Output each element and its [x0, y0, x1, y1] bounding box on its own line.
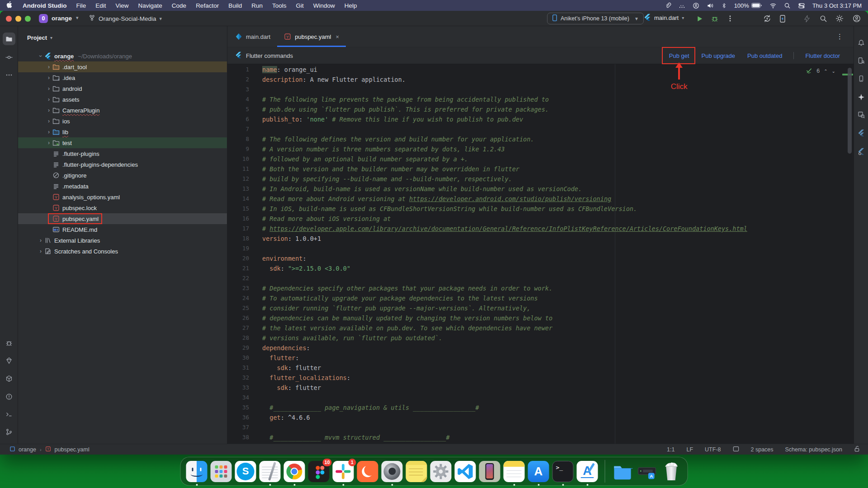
banner-action-pub-upgrade[interactable]: Pub upgrade	[702, 52, 735, 59]
hot-restart-device-icon[interactable]	[778, 14, 787, 23]
menu-item-navigate[interactable]: Navigate	[138, 2, 162, 9]
project-name[interactable]: orange	[52, 15, 72, 22]
tree-item-readme-md[interactable]: MREADME.md	[18, 224, 227, 235]
line-ending[interactable]: LF	[686, 446, 693, 453]
caret-position[interactable]: 1:1	[667, 446, 675, 453]
expand-chevron-icon[interactable]: ›	[45, 85, 52, 92]
flutter-outline-icon[interactable]	[857, 129, 865, 137]
menu-item-window[interactable]: Window	[313, 2, 335, 9]
project-avatar[interactable]: 0	[39, 14, 48, 23]
dock-app-app-store[interactable]: A	[528, 461, 549, 482]
hot-reload-icon[interactable]	[763, 14, 771, 23]
problems-icon[interactable]	[3, 390, 15, 403]
expand-chevron-icon[interactable]: ›	[45, 107, 52, 113]
expand-chevron-icon[interactable]: ›	[45, 75, 52, 81]
search-everywhere-icon[interactable]	[819, 14, 827, 23]
device-selector[interactable]: Aniket’s iPhone 13 (mobile) ▼	[547, 13, 644, 24]
paperclip-icon[interactable]	[665, 2, 671, 9]
menu-item-build[interactable]: Build	[228, 2, 242, 9]
unlocked-icon[interactable]	[854, 446, 860, 453]
debug-button[interactable]	[711, 14, 719, 23]
banner-action-pub-outdated[interactable]: Pub outdated	[747, 52, 782, 59]
logcat-bug-icon[interactable]	[3, 337, 15, 349]
terminal-icon[interactable]	[3, 408, 15, 421]
commit-icon[interactable]	[3, 51, 15, 64]
apple-menu-icon[interactable]	[6, 1, 13, 10]
version-control-icon[interactable]	[3, 426, 15, 438]
prev-problem-icon[interactable]: ⌃	[824, 69, 827, 74]
code-editor[interactable]: 1234567891011121314151617181920212223242…	[227, 64, 854, 444]
tree-item-analysis-options-yaml[interactable]: Yanalysis_options.yaml	[18, 192, 227, 202]
run-configuration[interactable]: main.dart ▾	[644, 14, 684, 22]
editor-scrollbar[interactable]	[848, 68, 852, 154]
tree-item-ios[interactable]: ›ios	[18, 116, 227, 127]
settings-gear-icon[interactable]	[835, 14, 844, 23]
account-avatar-icon[interactable]	[853, 14, 861, 23]
menu-item-android-studio[interactable]: Android Studio	[23, 2, 66, 9]
menu-item-help[interactable]: Help	[344, 2, 357, 9]
build-icon[interactable]	[3, 372, 15, 385]
tree-item--dart-tool[interactable]: ›.dart_tool	[18, 61, 227, 72]
breadcrumb[interactable]: orange › Y pubspec.yaml	[10, 446, 90, 453]
more-actions-icon[interactable]	[726, 14, 734, 23]
tab-main-dart[interactable]: main.dart	[228, 26, 277, 47]
menu-item-run[interactable]: Run	[251, 2, 263, 9]
dock-app-textedit[interactable]	[259, 461, 281, 482]
dart-analysis-icon[interactable]	[3, 354, 15, 367]
dock-app-skype[interactable]: S	[235, 461, 256, 482]
dock-app-notes[interactable]	[504, 461, 525, 482]
menu-item-edit[interactable]: Edit	[95, 2, 106, 9]
code-content[interactable]: name: orange_uidescription: A new Flutte…	[262, 65, 835, 442]
expand-chevron-icon[interactable]: ›	[45, 64, 52, 70]
expand-chevron-icon[interactable]: ›	[38, 52, 44, 60]
more-icon[interactable]	[3, 69, 15, 81]
dock-app-downloads-folder[interactable]	[612, 461, 633, 482]
tree-item--flutter-plugins[interactable]: .flutter-plugins	[18, 148, 227, 159]
tree-item-external-libraries[interactable]: ›External Libraries	[18, 235, 227, 246]
close-window-button[interactable]	[6, 16, 12, 22]
tree-item--flutter-plugins-dependencies[interactable]: .flutter-plugins-dependencies	[18, 159, 227, 170]
tree-item-lib[interactable]: ›lib	[18, 127, 227, 137]
flutter-inspector-icon[interactable]	[857, 147, 865, 155]
tree-item-cameraplugin[interactable]: ›CameraPlugin	[18, 105, 227, 116]
dock-app-figma[interactable]: 10	[308, 461, 330, 482]
control-center-icon[interactable]	[798, 2, 805, 9]
expand-chevron-icon[interactable]: ›	[45, 140, 52, 146]
dock-app-external-device[interactable]: A	[637, 461, 658, 482]
dock-app-camera-lens[interactable]	[382, 461, 403, 482]
menu-item-code[interactable]: Code	[172, 2, 186, 9]
project-panel-header[interactable]: Project ▾	[27, 32, 52, 43]
expand-chevron-icon[interactable]: ›	[37, 237, 44, 244]
dock-app-stickies[interactable]	[406, 461, 427, 482]
menu-clock[interactable]: Thu 3 Oct 3:17 PM	[812, 2, 862, 9]
battery-indicator[interactable]: 100%	[734, 2, 762, 9]
tree-item-pubspec-yaml[interactable]: Ypubspec.yaml	[18, 213, 227, 224]
zoom-window-button[interactable]	[25, 16, 31, 22]
banner-action-pub-get[interactable]: Pub getClick	[669, 52, 689, 59]
running-devices-icon[interactable]	[857, 75, 865, 83]
tree-item--idea[interactable]: ›✳.idea	[18, 72, 227, 83]
vcs-branch-widget[interactable]: Orange-Social-Media ▾	[89, 14, 162, 23]
bluetooth-icon[interactable]	[721, 2, 727, 9]
expand-chevron-icon[interactable]: ›	[45, 118, 52, 124]
tree-item-scratches-and-consoles[interactable]: ›Scratches and Consoles	[18, 246, 227, 257]
expand-chevron-icon[interactable]: ›	[45, 96, 52, 103]
dock-app-finder[interactable]	[186, 461, 208, 482]
column-guide-icon[interactable]	[733, 446, 739, 453]
menu-item-file[interactable]: File	[76, 2, 86, 9]
screen-mirroring-icon[interactable]	[679, 2, 685, 9]
next-problem-icon[interactable]: ⌄	[832, 69, 835, 74]
tree-item-assets[interactable]: ›assets	[18, 94, 227, 105]
file-encoding[interactable]: UTF-8	[705, 446, 721, 453]
expand-chevron-icon[interactable]: ›	[45, 129, 52, 135]
dock-app-xcode[interactable]: A	[577, 461, 598, 482]
wifi-icon[interactable]	[769, 2, 777, 9]
menu-item-tools[interactable]: Tools	[272, 2, 287, 9]
close-tab-icon[interactable]: ×	[335, 33, 339, 40]
dock-app-launchpad[interactable]	[211, 461, 232, 482]
tree-item-pubspec-lock[interactable]: Ypubspec.lock	[18, 202, 227, 213]
notifications-icon[interactable]	[857, 39, 865, 47]
dock-app-chrome[interactable]	[284, 461, 305, 482]
tree-item--metadata[interactable]: .metadata	[18, 181, 227, 192]
volume-icon[interactable]	[707, 2, 714, 9]
